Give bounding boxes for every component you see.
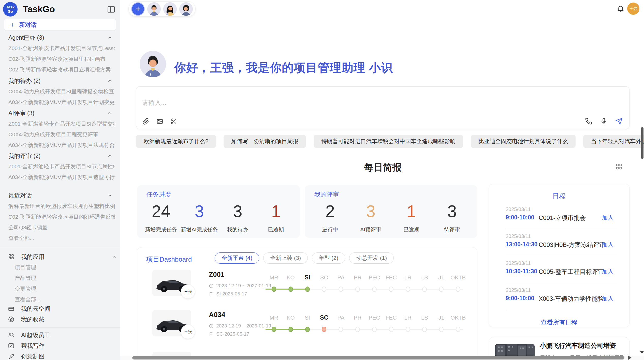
section-agent-done[interactable]: Agent已办 (3) <box>8 33 113 42</box>
sidebar-item[interactable]: C02-飞腾新能源轻客改款项目里程碑画布 <box>8 55 115 63</box>
layout-grid-icon[interactable] <box>615 163 623 170</box>
project-row-z001[interactable]: 王强 Z001 2023-12-19 ~ 2027-01-19 SI-2025-… <box>137 268 478 308</box>
flag-icon <box>209 332 214 337</box>
milestone: LR <box>400 268 416 308</box>
milestone: FEC <box>383 268 400 308</box>
tab-new-body[interactable]: 全新上装 (3) <box>263 252 308 264</box>
chevron-up-icon[interactable] <box>107 78 113 84</box>
scroll-right-arrow[interactable] <box>628 356 632 360</box>
milestone: SC <box>316 268 332 308</box>
chat-input[interactable] <box>142 99 523 106</box>
section-title: 我的应用 <box>21 253 105 261</box>
horizontal-scrollbar-thumb[interactable] <box>132 356 624 359</box>
horizontal-scrollbar-track[interactable] <box>120 356 644 360</box>
section-title: Agent已办 (3) <box>8 34 44 42</box>
send-icon[interactable] <box>616 118 623 125</box>
scroll-down-arrow[interactable] <box>640 351 644 354</box>
schedule-date: 2025/03/11 <box>506 260 531 266</box>
new-chat-button[interactable]: 新对话 <box>4 19 116 31</box>
sidebar-item-cloud-space[interactable]: 我的云空间 <box>8 304 117 313</box>
daily-brief-title: 每日简报 <box>136 161 630 174</box>
paperclip-icon[interactable] <box>142 118 149 125</box>
chevron-up-icon[interactable] <box>107 193 113 198</box>
section-my-review[interactable]: 我的评审 (2) <box>8 152 113 160</box>
sidebar-item-project-mgmt[interactable]: 项目管理 <box>15 263 115 272</box>
sidebar-item[interactable]: Z001-全新燃油轻卡产品开发项目SI节点属性5D文件评审 <box>8 162 115 171</box>
suggestion-chip[interactable]: 比亚迪全固态电池计划具体说了什么 <box>471 135 576 148</box>
item-label: 创意制图 <box>21 353 45 360</box>
milestone: LS <box>416 268 433 308</box>
project-name: A034 <box>209 311 225 319</box>
milestone: MR <box>266 308 282 348</box>
milestone: PEC <box>366 308 383 348</box>
phone-icon[interactable] <box>585 118 592 125</box>
user-avatar[interactable]: 王强 <box>627 3 639 15</box>
suggestion-chip[interactable]: 当下年轻人对汽车外观有怎样的喜好趋势 <box>583 135 644 148</box>
section-my-apps[interactable]: 我的应用 <box>8 252 117 261</box>
section-my-todo[interactable]: 我的待办 (2) <box>8 77 113 85</box>
sidebar-item[interactable]: Z001-全新燃油皮卡产品开发项目SI节点Lesson Learn报告 <box>8 44 115 53</box>
sidebar-item[interactable]: C02-飞腾新能源轻客改款项目的闭环通告反馈情况 <box>8 213 115 221</box>
sidebar-view-all-chats[interactable]: 查看全部... <box>8 234 115 243</box>
item-label: 帮我写作 <box>21 342 45 350</box>
stat-pending-review: 3 待评审 <box>432 201 472 233</box>
add-agent-button[interactable] <box>131 2 145 16</box>
sidebar-item[interactable]: A034-全新新能源MUV产品开发项目造型可行性评审 <box>8 173 115 182</box>
sidebar-item[interactable]: Z001-全新燃油轻卡产品开发项目SI造型提交物评审 <box>8 119 115 128</box>
image-icon[interactable] <box>156 118 163 125</box>
greeting-text: 你好，王强，我是你的项目管理助理 小识 <box>174 60 393 76</box>
tab-powertrain[interactable]: 动总开发 (1) <box>349 252 394 264</box>
apps-grid-icon <box>8 253 14 260</box>
scissors-icon[interactable] <box>170 118 177 125</box>
join-meeting-link[interactable]: 加入 <box>602 268 613 276</box>
milestone: SI <box>299 308 316 348</box>
milestone-track: MR KO SI SC PA PR PEC FEC LR LS J1 OKTB <box>266 268 466 308</box>
join-meeting-link[interactable]: 加入 <box>602 214 613 222</box>
section-ai-review[interactable]: AI评审 (3) <box>8 109 113 117</box>
join-meeting-link[interactable]: 加入 <box>602 241 613 249</box>
project-name: Z001 <box>209 271 225 279</box>
sidebar-item-product-mgmt[interactable]: 产品管理 <box>15 274 115 282</box>
sidebar-item[interactable]: A034-全新新能源MUV产品开发项目计划变更表编写 <box>8 98 115 107</box>
milestone: J1 <box>433 308 450 348</box>
stat-overdue: 1 已逾期 <box>257 201 295 233</box>
chevron-up-icon[interactable] <box>107 153 113 159</box>
sidebar-item[interactable]: 公司Q3轻卡销量 <box>8 223 115 232</box>
sidebar-item-change-mgmt[interactable]: 变更管理 <box>15 284 115 293</box>
sidebar-item-favorites[interactable]: 我的收藏 <box>8 315 117 324</box>
notification-bell-icon[interactable] <box>617 5 624 12</box>
sidebar-item[interactable]: C0X4-动力总成开发项目SI里程碑提交物检查 <box>8 87 115 96</box>
view-all-schedule-link[interactable]: 查看所有日程 <box>489 318 629 326</box>
chevron-up-icon[interactable] <box>107 35 113 40</box>
sidebar-item-creative-drawing[interactable]: 创意制图 <box>8 352 117 360</box>
sidebar-item-ai-super-staff[interactable]: AI超级员工 <box>8 331 117 340</box>
sidebar-item[interactable]: 解释最新出台的欧盟报废车法规再生塑料比例被调至15%... <box>8 202 115 211</box>
sidebar-item[interactable]: A034-全新新能源MUV产品开发项目法规符合性评审 <box>8 141 115 149</box>
microphone-icon[interactable] <box>600 118 607 125</box>
suggestion-chip[interactable]: 如何写一份清晰的项目周报 <box>224 135 306 148</box>
writing-icon <box>8 342 14 349</box>
chevron-up-icon[interactable] <box>112 254 117 260</box>
sidebar-view-all-apps[interactable]: 查看全部... <box>15 295 115 304</box>
tab-year-model[interactable]: 年型 (2) <box>312 252 345 264</box>
chevron-up-icon[interactable] <box>107 110 113 116</box>
agent-avatar-1[interactable] <box>147 2 161 16</box>
sidebar-item[interactable]: C0X4-动力总成开发项目工程变更评审 <box>8 130 115 139</box>
section-recent-chats[interactable]: 最近对话 <box>8 191 113 200</box>
join-meeting-link[interactable]: 加入 <box>602 295 613 303</box>
sidebar: Task Go TaskGo 新对话 Agent已办 (3) Z001-全新燃油… <box>0 0 120 360</box>
vertical-scrollbar-thumb[interactable] <box>641 127 643 159</box>
suggestion-chip[interactable]: 特朗普可能对进口汽车增税会对中国车企造成哪些影响 <box>314 135 463 148</box>
suggestion-chips: 欧洲新规最近颁布了什么? 如何写一份清晰的项目周报 特朗普可能对进口汽车增税会对… <box>136 135 630 148</box>
agent-avatar-3[interactable] <box>179 2 193 16</box>
suggestion-chip[interactable]: 欧洲新规最近颁布了什么? <box>136 135 216 148</box>
collapse-sidebar-icon[interactable] <box>107 5 115 14</box>
stat-my-todo: 3 我的待办 <box>218 201 257 233</box>
agent-avatar-2[interactable] <box>163 2 177 16</box>
sidebar-item-help-me-write[interactable]: 帮我写作 <box>8 341 117 350</box>
sidebar-item[interactable]: C02-飞腾新能源轻客改款项目立项汇报方案 <box>8 65 115 74</box>
app-title: TaskGo <box>23 4 55 14</box>
project-row-a034[interactable]: 王强 A034 2023-12-19 ~ 2026-01-19 SC-2025-… <box>137 308 478 348</box>
tab-new-platform[interactable]: 全新平台 (4) <box>215 252 259 264</box>
dashboard-title: 项目Dashboard <box>146 255 192 264</box>
